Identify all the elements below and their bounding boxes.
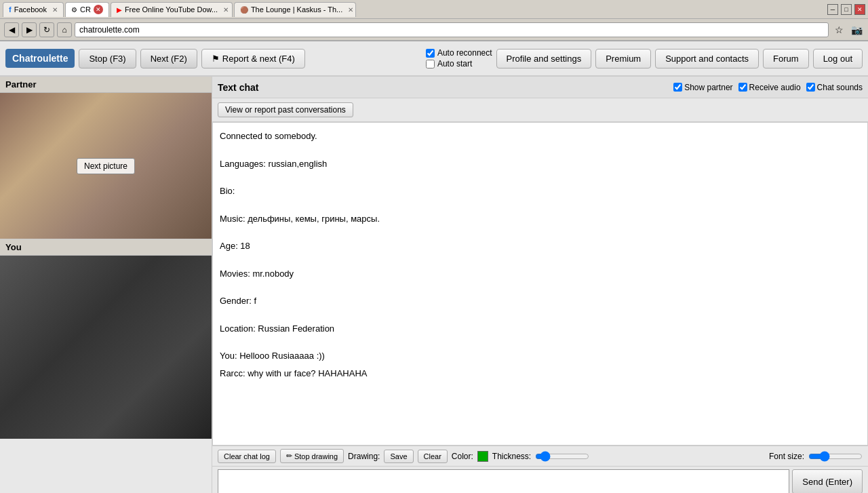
tab-facebook[interactable]: f Facebook ✕ bbox=[3, 2, 64, 17]
auto-reconnect-label: Auto reconnect bbox=[437, 48, 492, 58]
auto-reconnect-row: Auto reconnect bbox=[426, 48, 492, 58]
nav-icons: ☆ 📷 bbox=[831, 22, 864, 37]
drawing-label: Drawing: bbox=[348, 452, 380, 461]
chat-messages: Connected to somebody. Languages: russia… bbox=[212, 122, 868, 446]
support-button[interactable]: Support and contacts bbox=[655, 49, 759, 68]
color-picker[interactable] bbox=[477, 451, 488, 462]
auto-start-label: Auto start bbox=[437, 59, 472, 68]
clear-chat-button[interactable]: Clear chat log bbox=[218, 450, 276, 463]
message-bio: Bio: bbox=[220, 184, 861, 198]
tab-facebook-close[interactable]: ✕ bbox=[52, 6, 58, 14]
color-label: Color: bbox=[452, 452, 473, 461]
maximize-button[interactable]: □ bbox=[841, 4, 852, 15]
forum-button[interactable]: Forum bbox=[763, 49, 809, 68]
message-movies: Movies: mr.nobody bbox=[220, 267, 861, 281]
report-button[interactable]: ⚑ Report & next (F4) bbox=[201, 49, 305, 68]
browser-chrome: f Facebook ✕ ⚙ CR ✕ ▶ Free Online YouTub… bbox=[0, 0, 868, 41]
chat-footer: Clear chat log ✏ Stop drawing Drawing: S… bbox=[212, 446, 868, 466]
chat-controls: Clear chat log ✏ Stop drawing Drawing: S… bbox=[218, 449, 863, 463]
report-icon: ⚑ bbox=[212, 54, 220, 64]
main-content: Partner Next picture You Text chat Show … bbox=[0, 77, 868, 493]
message-music: Music: дельфины, кемы, грины, марсы. bbox=[220, 212, 861, 226]
receive-audio-checkbox[interactable] bbox=[738, 83, 747, 92]
next-button[interactable]: Next (F2) bbox=[140, 49, 197, 68]
lounge-favicon: 🟤 bbox=[240, 6, 248, 14]
address-bar[interactable] bbox=[75, 22, 829, 37]
fontsize-slider[interactable] bbox=[808, 451, 863, 462]
chat-options: Show partner Receive audio Chat sounds bbox=[673, 83, 863, 92]
show-partner-checkbox[interactable] bbox=[673, 83, 682, 92]
message-age: Age: 18 bbox=[220, 239, 861, 253]
message-location: Location: Russian Federation bbox=[220, 322, 861, 336]
show-partner-label: Show partner bbox=[684, 83, 732, 92]
header-checkboxes: Auto reconnect Auto start bbox=[426, 48, 492, 68]
view-past-conversations-button[interactable]: View or report past conversations bbox=[218, 102, 353, 117]
chat-input-row: Send (Enter) bbox=[212, 466, 868, 493]
tab-youtube-close[interactable]: ✕ bbox=[223, 6, 229, 14]
youtube-favicon: ▶ bbox=[117, 6, 122, 14]
auto-reconnect-checkbox[interactable] bbox=[426, 49, 435, 58]
message-rarcc: Rarcc: why with ur face? HAHAHAHA bbox=[220, 367, 861, 380]
save-button[interactable]: Save bbox=[384, 450, 413, 463]
you-section: You bbox=[0, 239, 212, 439]
next-picture-button[interactable]: Next picture bbox=[77, 158, 135, 174]
auto-start-checkbox[interactable] bbox=[426, 60, 435, 68]
send-button[interactable]: Send (Enter) bbox=[792, 469, 863, 493]
pencil-icon: ✏ bbox=[286, 452, 292, 460]
show-partner-option: Show partner bbox=[673, 83, 732, 92]
chat-sounds-checkbox[interactable] bbox=[806, 83, 815, 92]
tab-facebook-label: Facebook bbox=[14, 5, 47, 14]
app-logo: Chatroulette bbox=[5, 49, 75, 68]
cr-favicon: ⚙ bbox=[71, 6, 77, 14]
you-label: You bbox=[0, 239, 212, 256]
partner-video: Next picture bbox=[0, 93, 212, 239]
app-header: Chatroulette Stop (F3) Next (F2) ⚑ Repor… bbox=[0, 41, 868, 77]
chat-title: Text chat bbox=[218, 82, 258, 93]
chat-panel: Text chat Show partner Receive audio Cha… bbox=[212, 77, 868, 493]
message-languages: Languages: russian,english bbox=[220, 157, 861, 171]
receive-audio-option: Receive audio bbox=[738, 83, 801, 92]
stop-button[interactable]: Stop (F3) bbox=[79, 49, 136, 68]
receive-audio-label: Receive audio bbox=[749, 83, 801, 92]
tab-cr[interactable]: ⚙ CR ✕ bbox=[65, 2, 109, 17]
thickness-label: Thickness: bbox=[492, 452, 531, 461]
tab-youtube-label: Free Online YouTube Dow... bbox=[125, 5, 218, 14]
fontsize-label: Font size: bbox=[769, 452, 804, 461]
tab-lounge-label: The Lounge | Kaskus - Th... bbox=[251, 5, 342, 14]
facebook-favicon: f bbox=[9, 5, 12, 14]
tab-cr-close[interactable]: ✕ bbox=[94, 5, 103, 14]
star-icon[interactable]: ☆ bbox=[831, 22, 846, 37]
tab-lounge[interactable]: 🟤 The Lounge | Kaskus - Th... ✕ bbox=[234, 2, 356, 17]
message-you: You: Hellooo Rusiaaaaa :)) bbox=[220, 349, 861, 363]
tab-cr-label: CR bbox=[80, 5, 91, 14]
tab-youtube[interactable]: ▶ Free Online YouTube Dow... ✕ bbox=[111, 2, 233, 17]
thickness-slider[interactable] bbox=[535, 451, 589, 462]
message-connected: Connected to somebody. bbox=[220, 130, 861, 143]
refresh-button[interactable]: ↻ bbox=[39, 22, 54, 37]
home-button[interactable]: ⌂ bbox=[57, 22, 72, 37]
chat-header: Text chat Show partner Receive audio Cha… bbox=[212, 77, 868, 98]
chat-input[interactable] bbox=[218, 469, 789, 493]
minimize-button[interactable]: ─ bbox=[827, 4, 838, 15]
clear-button[interactable]: Clear bbox=[418, 450, 448, 463]
partner-panel: Partner Next picture You bbox=[0, 77, 212, 493]
report-label: Report & next (F4) bbox=[222, 54, 295, 64]
stop-drawing-label: Stop drawing bbox=[294, 452, 338, 460]
window-controls: ─ □ ✕ bbox=[827, 4, 865, 15]
your-webcam bbox=[0, 256, 212, 439]
message-gender: Gender: f bbox=[220, 294, 861, 308]
logout-button[interactable]: Log out bbox=[813, 49, 863, 68]
stop-drawing-button[interactable]: ✏ Stop drawing bbox=[280, 449, 344, 463]
tab-lounge-close[interactable]: ✕ bbox=[348, 6, 353, 14]
close-button[interactable]: ✕ bbox=[854, 4, 865, 15]
auto-start-row: Auto start bbox=[426, 59, 492, 68]
premium-button[interactable]: Premium bbox=[595, 49, 651, 68]
profile-button[interactable]: Profile and settings bbox=[496, 49, 592, 68]
nav-bar: ◀ ▶ ↻ ⌂ ☆ 📷 bbox=[0, 19, 868, 41]
chat-sounds-label: Chat sounds bbox=[817, 83, 863, 92]
screenshot-icon[interactable]: 📷 bbox=[849, 22, 864, 37]
back-button[interactable]: ◀ bbox=[4, 22, 19, 37]
chat-sounds-option: Chat sounds bbox=[806, 83, 863, 92]
forward-button[interactable]: ▶ bbox=[22, 22, 37, 37]
title-bar: f Facebook ✕ ⚙ CR ✕ ▶ Free Online YouTub… bbox=[0, 0, 868, 19]
